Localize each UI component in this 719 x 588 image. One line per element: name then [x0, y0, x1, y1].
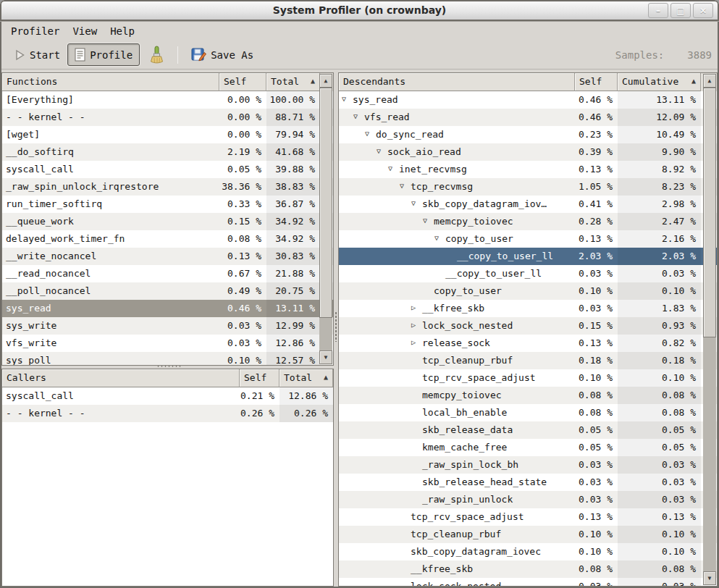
expander-icon[interactable]: [400, 546, 411, 560]
function-row[interactable]: __write_nocancel 0.13 % 30.83 %: [2, 248, 333, 265]
profile-button[interactable]: Profile: [67, 43, 140, 66]
descendant-row[interactable]: ▽ sys_read 0.46 % 13.11 %: [339, 91, 717, 109]
descendant-row[interactable]: ▽ copy_to_user 0.13 % 2.16 %: [339, 230, 717, 248]
function-row[interactable]: __do_softirq 2.19 % 41.68 %: [2, 143, 333, 161]
expander-icon[interactable]: ▽: [388, 164, 399, 178]
menu-help[interactable]: Help: [104, 23, 141, 39]
functions-scrollbar[interactable]: ▲ ▼: [319, 74, 332, 364]
col-header-functions[interactable]: Functions: [2, 73, 219, 91]
descendant-row[interactable]: ▽ do_sync_read 0.23 % 10.49 %: [339, 126, 717, 143]
reset-button[interactable]: [141, 41, 172, 69]
function-row[interactable]: sys_write 0.03 % 12.99 %: [2, 317, 333, 335]
expander-icon[interactable]: ▽: [365, 129, 376, 143]
col-header-self[interactable]: Self: [240, 369, 279, 387]
expander-icon[interactable]: [411, 494, 422, 508]
expander-icon[interactable]: ▽: [434, 233, 445, 248]
descendant-row[interactable]: tcp_cleanup_rbuf 0.10 % 0.10 %: [339, 526, 717, 543]
descendant-row[interactable]: ▽ vfs_read 0.46 % 12.09 %: [339, 109, 717, 126]
expander-icon[interactable]: [400, 563, 411, 578]
descendants-scrollbar[interactable]: ▲ ▼: [703, 74, 716, 585]
menu-profiler[interactable]: Profiler: [4, 23, 66, 39]
expander-icon[interactable]: ▽: [411, 198, 422, 213]
descendant-row[interactable]: __copy_to_user_ll 2.03 % 2.03 %: [339, 248, 717, 265]
col-header-descendants[interactable]: Descendants: [339, 73, 575, 91]
descendants-scroll-thumb[interactable]: [703, 88, 716, 337]
function-row[interactable]: run_timer_softirq 0.33 % 36.87 %: [2, 196, 333, 213]
expander-icon[interactable]: ▷: [411, 337, 422, 352]
expander-icon[interactable]: ▷: [411, 303, 422, 317]
descendant-row[interactable]: ▽ inet_recvmsg 0.13 % 8.92 %: [339, 161, 717, 178]
minimize-button[interactable]: –: [648, 3, 668, 18]
descendant-row[interactable]: ▽ skb_copy_datagram_iov… 0.41 % 2.98 %: [339, 196, 717, 213]
save-as-button[interactable]: Save As: [184, 43, 261, 67]
col-header-self[interactable]: Self: [575, 73, 618, 91]
descendant-row[interactable]: __copy_to_user_ll 0.03 % 0.03 %: [339, 265, 717, 282]
expander-icon[interactable]: [411, 424, 422, 439]
functions-scroll-thumb[interactable]: [319, 88, 332, 318]
descendant-row[interactable]: ▽ memcpy_toiovec 0.28 % 2.47 %: [339, 213, 717, 230]
scroll-down-icon[interactable]: ▼: [703, 571, 716, 585]
descendant-row[interactable]: copy_to_user 0.10 % 0.10 %: [339, 282, 717, 300]
close-button[interactable]: ✕: [693, 3, 713, 18]
descendant-row[interactable]: tcp_rcv_space_adjust 0.10 % 0.10 %: [339, 369, 717, 387]
expander-icon[interactable]: [411, 390, 422, 404]
function-row[interactable]: delayed_work_timer_fn 0.08 % 34.92 %: [2, 230, 333, 248]
descendant-row[interactable]: ▷ __kfree_skb 0.03 % 1.83 %: [339, 300, 717, 317]
function-row[interactable]: vfs_write 0.03 % 12.86 %: [2, 335, 333, 352]
caller-row[interactable]: syscall_call 0.21 % 12.86 %: [2, 387, 333, 405]
hpaned-handle[interactable]: [156, 365, 182, 368]
expander-icon[interactable]: [411, 459, 422, 474]
expander-icon[interactable]: [411, 476, 422, 491]
start-button[interactable]: Start: [7, 45, 67, 65]
function-row[interactable]: [wget] 0.00 % 79.94 %: [2, 126, 333, 143]
descendant-row[interactable]: kmem_cache_free 0.05 % 0.05 %: [339, 439, 717, 456]
function-row[interactable]: sys_read 0.46 % 13.11 %: [2, 300, 333, 317]
function-row[interactable]: __queue_work 0.15 % 34.92 %: [2, 213, 333, 230]
expander-icon[interactable]: [446, 251, 457, 265]
expander-icon[interactable]: ▽: [353, 112, 364, 126]
col-header-cumulative[interactable]: Cumulative▲: [618, 73, 701, 91]
col-header-callers[interactable]: Callers: [2, 369, 240, 387]
descendant-row[interactable]: memcpy_toiovec 0.08 % 0.08 %: [339, 387, 717, 404]
menu-view[interactable]: View: [66, 23, 104, 39]
expander-icon[interactable]: ▽: [377, 146, 387, 161]
descendant-row[interactable]: local_bh_enable 0.08 % 0.08 %: [339, 404, 717, 421]
expander-icon[interactable]: [400, 511, 411, 526]
descendant-row[interactable]: ▷ release_sock 0.13 % 0.82 %: [339, 335, 717, 352]
scroll-down-icon[interactable]: ▼: [319, 350, 332, 364]
descendant-row[interactable]: skb_release_head_state 0.03 % 0.03 %: [339, 474, 717, 491]
expander-icon[interactable]: ▽: [400, 181, 411, 196]
titlebar[interactable]: System Profiler (on crownbay) – □ ✕: [0, 0, 719, 22]
function-row[interactable]: __read_nocancel 0.67 % 21.88 %: [2, 265, 333, 282]
descendant-row[interactable]: lock_sock_nested 0.03 % 0.03 %: [339, 578, 717, 586]
expander-icon[interactable]: ▷: [411, 320, 422, 335]
scroll-up-icon[interactable]: ▲: [703, 74, 716, 88]
descendant-row[interactable]: tcp_rcv_space_adjust 0.13 % 0.13 %: [339, 508, 717, 526]
expander-icon[interactable]: [434, 268, 445, 282]
function-row[interactable]: - - kernel - - 0.00 % 88.71 %: [2, 109, 333, 126]
expander-icon[interactable]: [411, 407, 422, 421]
expander-icon[interactable]: ▽: [342, 94, 353, 109]
descendant-row[interactable]: ▽ sock_aio_read 0.39 % 9.90 %: [339, 143, 717, 161]
expander-icon[interactable]: [411, 355, 422, 369]
function-row[interactable]: [Everything] 0.00 % 100.00 %: [2, 91, 333, 109]
maximize-button[interactable]: □: [670, 3, 691, 18]
descendant-row[interactable]: ▽ tcp_recvmsg 1.05 % 8.23 %: [339, 178, 717, 196]
expander-icon[interactable]: [411, 372, 422, 387]
descendant-row[interactable]: skb_release_data 0.05 % 0.05 %: [339, 421, 717, 439]
vpaned-handle[interactable]: [335, 311, 337, 342]
expander-icon[interactable]: [400, 529, 411, 543]
scroll-up-icon[interactable]: ▲: [319, 74, 332, 88]
descendant-row[interactable]: skb_copy_datagram_iovec 0.10 % 0.10 %: [339, 543, 717, 560]
function-row[interactable]: __poll_nocancel 0.49 % 20.75 %: [2, 282, 333, 300]
descendant-row[interactable]: tcp_cleanup_rbuf 0.18 % 0.18 %: [339, 352, 717, 369]
col-header-total[interactable]: Total▲: [266, 73, 320, 91]
expander-icon[interactable]: [400, 581, 411, 586]
col-header-self[interactable]: Self: [219, 73, 266, 91]
expander-icon[interactable]: [411, 442, 422, 456]
function-row[interactable]: _raw_spin_unlock_irqrestore 38.36 % 38.8…: [2, 178, 333, 196]
function-row[interactable]: sys_poll 0.10 % 12.57 %: [2, 352, 333, 365]
caller-row[interactable]: - - kernel - - 0.26 % 0.26 %: [2, 405, 333, 422]
expander-icon[interactable]: ▽: [423, 216, 434, 230]
descendant-row[interactable]: _raw_spin_unlock 0.03 % 0.03 %: [339, 491, 717, 508]
